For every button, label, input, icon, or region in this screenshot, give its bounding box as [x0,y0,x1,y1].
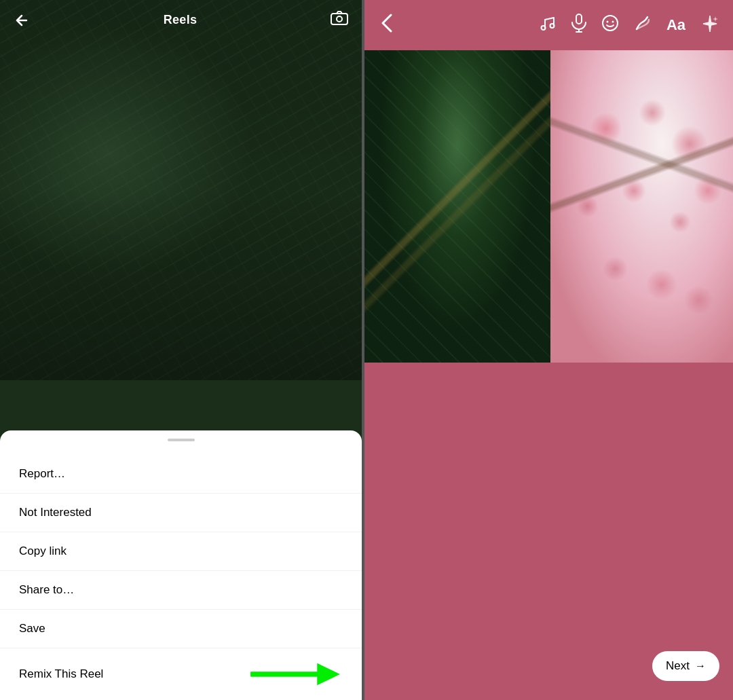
svg-rect-2 [250,671,318,676]
next-button[interactable]: Next → [652,651,719,681]
right-panel: Aa Next → [364,0,733,700]
sheet-handle [168,439,195,441]
next-label: Next [666,659,690,673]
svg-point-4 [541,26,545,30]
svg-point-11 [612,21,614,23]
next-arrow-icon: → [695,660,706,672]
blossom-photo-container [550,50,734,363]
not-interested-item[interactable]: Not Interested [0,494,362,532]
microphone-icon[interactable] [571,14,586,37]
fern-photo-container [364,50,550,363]
pen-icon[interactable] [634,14,652,36]
save-label: Save [19,622,45,635]
report-item[interactable]: Report… [0,455,362,494]
svg-point-1 [337,16,342,22]
sparkle-icon[interactable] [700,14,719,37]
music-icon[interactable] [539,14,557,36]
remix-item[interactable]: Remix This Reel [0,648,362,700]
toolbar-back-button[interactable] [381,14,393,37]
bottom-area [364,363,733,498]
reel-background: Reels [0,0,362,380]
right-toolbar: Aa [364,0,733,50]
copy-link-item[interactable]: Copy link [0,532,362,571]
reels-header: Reels [0,0,362,40]
text-format-icon[interactable]: Aa [666,16,685,34]
report-label: Report… [19,467,65,481]
toolbar-icons-right: Aa [539,14,719,37]
blossom-photo [550,50,734,363]
svg-point-10 [606,21,608,23]
svg-rect-6 [576,14,582,24]
reels-title: Reels [164,13,198,27]
green-arrow-icon [248,661,343,688]
photo-grid [364,50,733,363]
save-item[interactable]: Save [0,610,362,648]
svg-rect-0 [331,14,347,24]
back-button[interactable] [14,12,30,29]
copy-link-label: Copy link [19,545,67,558]
remix-label: Remix This Reel [19,667,103,681]
camera-icon[interactable] [331,11,348,29]
not-interested-label: Not Interested [19,506,92,519]
share-to-label: Share to… [19,583,74,597]
svg-point-9 [603,16,618,31]
sticker-face-icon[interactable] [601,14,619,36]
left-panel: Reels Report… Not Interested Copy link S… [0,0,362,700]
fern-photo [364,50,550,363]
svg-point-5 [550,24,554,28]
bottom-sheet: Report… Not Interested Copy link Share t… [0,430,362,700]
share-to-item[interactable]: Share to… [0,571,362,610]
svg-marker-3 [317,663,340,686]
